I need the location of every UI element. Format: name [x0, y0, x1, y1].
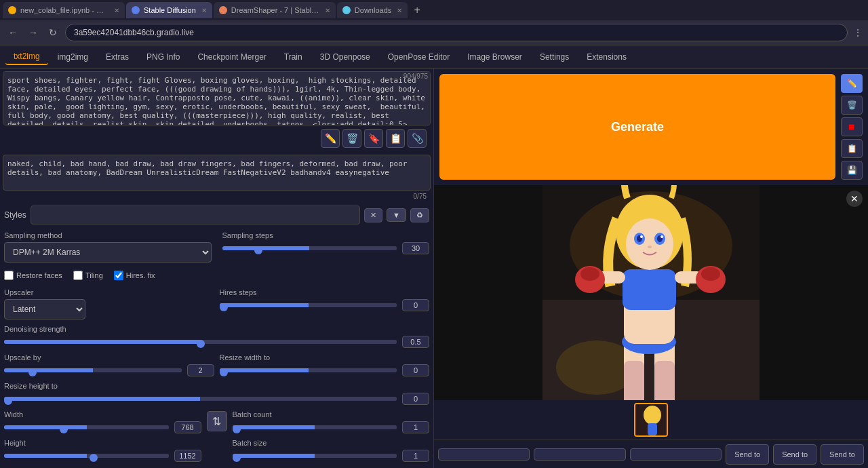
height-group: Height 1152	[4, 439, 201, 462]
paste-button[interactable]: 📎	[408, 129, 427, 148]
batch-size-slider-row: 1	[233, 450, 430, 462]
upscale-by-value: 2	[187, 364, 214, 376]
positive-prompt-textarea[interactable]	[3, 71, 431, 125]
back-button[interactable]: ←	[5, 26, 20, 39]
positive-count: 904	[403, 73, 415, 80]
sampling-steps-slider[interactable]	[222, 246, 397, 250]
hires-fix-input[interactable]	[114, 271, 123, 280]
nav-extensions[interactable]: Extensions	[578, 50, 635, 64]
resize-height-value: 0	[402, 393, 429, 405]
sampling-method-select[interactable]: DPM++ 2M Karras	[4, 242, 212, 262]
denoising-slider-row: 0.5	[4, 336, 429, 348]
nav-img2img[interactable]: img2img	[50, 50, 96, 64]
hires-steps-label: Hires steps	[220, 288, 430, 296]
batch-size-slider[interactable]	[233, 454, 397, 458]
address-bar[interactable]: 3a59ec42041dbb46cb.gradio.live	[65, 24, 848, 41]
svg-point-30	[644, 406, 661, 425]
tab-dreamshaper[interactable]: DreamShaper - 7 | Stable Diffusi... ✕	[214, 2, 336, 18]
nav-checkpoint-merger[interactable]: Checkpoint Merger	[189, 50, 274, 64]
upscale-by-group: Upscale by 2	[4, 353, 214, 376]
hires-fix-checkbox[interactable]: Hires. fix	[114, 271, 155, 280]
trash-button[interactable]: 🗑️	[841, 96, 863, 115]
styles-apply-btn[interactable]: ▼	[387, 208, 406, 222]
hires-steps-slider-row: 0	[220, 299, 430, 311]
height-label: Height	[4, 439, 201, 447]
hires-steps-group: Hires steps 0	[220, 288, 430, 319]
batch-count-slider[interactable]	[233, 425, 397, 429]
save-style-button[interactable]: 🔖	[364, 129, 383, 148]
tab-downloads-close[interactable]: ✕	[397, 7, 402, 14]
width-value: 768	[174, 421, 201, 433]
tab-downloads[interactable]: Downloads ✕	[337, 2, 408, 18]
nav-3d-openpose[interactable]: 3D Openpose	[312, 50, 378, 64]
copy-button[interactable]: 📋	[386, 129, 405, 148]
action-btn-1[interactable]	[438, 448, 530, 461]
nav-settings[interactable]: Settings	[532, 50, 577, 64]
send-to-btn-3[interactable]: Send to	[821, 444, 864, 465]
height-slider[interactable]	[4, 454, 169, 458]
close-image-button[interactable]: ✕	[846, 191, 863, 207]
nav-img2img-label: img2img	[58, 52, 88, 62]
send-to-label-1: Send to	[734, 450, 760, 459]
upscale-by-slider[interactable]	[4, 368, 182, 372]
sampling-row: Sampling method DPM++ 2M Karras Sampling…	[4, 231, 429, 262]
resize-height-slider[interactable]	[4, 397, 397, 401]
svg-point-17	[640, 235, 643, 238]
tab-stable-close[interactable]: ✕	[201, 7, 207, 14]
restore-faces-input[interactable]	[4, 271, 14, 280]
tab-colab-close[interactable]: ✕	[114, 7, 119, 14]
width-label: Width	[4, 410, 201, 418]
script-button[interactable]: 📋	[841, 139, 863, 158]
edit-prompt-button[interactable]: ✏️	[841, 74, 863, 93]
tab-bar: new_colab_file.ipynb - Collabora... ✕ St…	[0, 0, 868, 20]
upscaler-select[interactable]: Latent	[4, 299, 85, 319]
send-to-btn-2[interactable]: Send to	[773, 444, 816, 465]
generate-button[interactable]: Generate	[439, 74, 835, 180]
clear-button[interactable]: 🗑️	[342, 129, 361, 148]
tab-dreamshaper-close[interactable]: ✕	[325, 7, 330, 14]
negative-prompt-textarea[interactable]	[3, 155, 431, 191]
restore-faces-checkbox[interactable]: Restore faces	[4, 271, 62, 280]
svg-rect-7	[654, 361, 675, 401]
swap-dimensions-button[interactable]: ⇅	[207, 411, 227, 431]
denoising-value: 0.5	[402, 336, 429, 348]
stop-button[interactable]: ⏹	[841, 117, 863, 136]
action-btn-2[interactable]	[534, 448, 625, 461]
styles-input[interactable]	[31, 206, 360, 225]
nav-image-browser[interactable]: Image Browser	[459, 50, 530, 64]
edit-button[interactable]: ✏️	[321, 129, 340, 148]
nav-extras[interactable]: Extras	[98, 50, 137, 64]
hires-steps-slider[interactable]	[220, 303, 397, 307]
tab-stable[interactable]: Stable Diffusion ✕	[126, 2, 212, 18]
hires-fix-label: Hires. fix	[126, 271, 155, 279]
sampling-method-group: Sampling method DPM++ 2M Karras	[4, 231, 212, 262]
tab-colab[interactable]: new_colab_file.ipynb - Collabora... ✕	[3, 2, 125, 18]
svg-point-18	[660, 235, 663, 238]
reload-button[interactable]: ↻	[46, 26, 60, 39]
resize-width-slider[interactable]	[220, 368, 397, 372]
extensions-icon[interactable]: ⋮	[853, 27, 863, 38]
nav-train[interactable]: Train	[276, 50, 311, 64]
width-slider[interactable]	[4, 425, 169, 429]
upscale-by-slider-row: 2	[4, 364, 214, 376]
nav-openpose-editor[interactable]: OpenPose Editor	[380, 50, 458, 64]
new-tab-button[interactable]: +	[409, 2, 425, 18]
tiling-input[interactable]	[73, 271, 83, 280]
thumbnail-0[interactable]	[634, 403, 668, 437]
nav-txt2img[interactable]: txt2img	[5, 49, 48, 65]
action-btn-3[interactable]	[630, 448, 722, 461]
styles-refresh-btn[interactable]: ♻	[410, 208, 429, 222]
send-to-btn-1[interactable]: Send to	[726, 444, 769, 465]
save-button[interactable]: 💾	[841, 161, 863, 180]
tiling-checkbox[interactable]: Tiling	[73, 271, 103, 280]
nav-png-info[interactable]: PNG Info	[138, 50, 188, 64]
upscale-resize-row: Upscale by 2 Resize width to 0	[4, 353, 429, 376]
denoising-slider[interactable]	[4, 340, 397, 344]
svg-rect-31	[648, 423, 657, 435]
prompt-toolbar: ✏️ 🗑️ 🔖 📋 📎	[3, 128, 431, 149]
resize-width-value: 0	[402, 364, 429, 376]
svg-rect-6	[624, 361, 644, 401]
svg-rect-10	[623, 269, 676, 310]
styles-clear-btn[interactable]: ✕	[364, 208, 382, 222]
forward-button[interactable]: →	[26, 26, 41, 39]
